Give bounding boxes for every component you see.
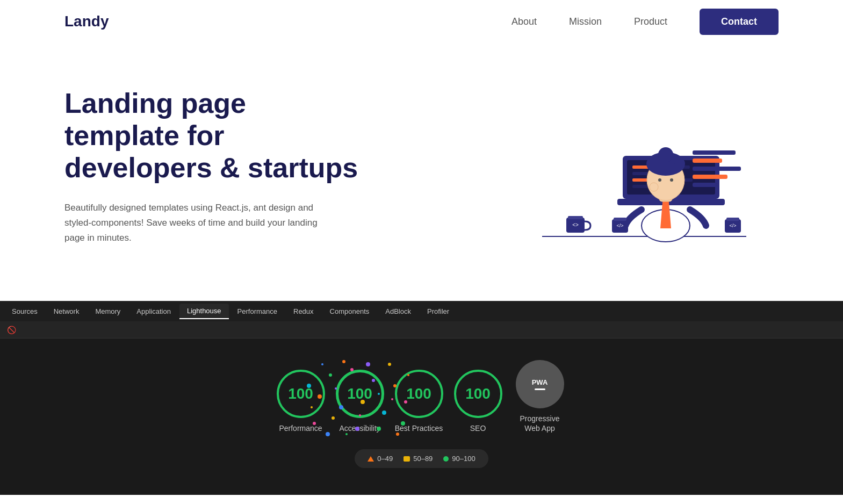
tab-profiler[interactable]: Profiler — [420, 304, 457, 319]
nav-links: About Mission Product Contact — [511, 9, 779, 35]
nav-mission[interactable]: Mission — [569, 16, 602, 27]
svg-point-54 — [321, 363, 323, 365]
score-circle-accessibility: 100 — [336, 370, 384, 418]
svg-point-22 — [658, 178, 661, 182]
svg-point-52 — [366, 362, 370, 366]
svg-rect-10 — [693, 150, 736, 155]
tab-performance[interactable]: Performance — [230, 304, 285, 319]
lighthouse-legend: 0–49 50–89 90–100 — [355, 449, 488, 468]
score-label-pwa: Progressive Web App — [513, 414, 567, 433]
nav-about[interactable]: About — [511, 16, 537, 27]
svg-text:</>: </> — [729, 223, 736, 228]
svg-text:</>: </> — [616, 223, 623, 228]
score-label-performance: Performance — [279, 423, 322, 433]
tab-memory[interactable]: Memory — [88, 304, 128, 319]
svg-rect-12 — [693, 167, 741, 171]
devtools-toolbar: 🚫 — [0, 321, 843, 339]
svg-point-23 — [670, 178, 673, 182]
hero-section: Landing page template for developers & s… — [0, 43, 843, 301]
svg-rect-13 — [693, 175, 727, 179]
hero-illustration: <> </> </> — [510, 81, 779, 253]
score-label-best-practices: Best Practices — [395, 423, 443, 433]
tab-lighthouse[interactable]: Lighthouse — [179, 304, 229, 319]
score-circle-pwa: PWA — [516, 360, 564, 408]
tab-adblock[interactable]: AdBlock — [378, 304, 419, 319]
nav-product[interactable]: Product — [634, 16, 667, 27]
logo: Landy — [64, 13, 109, 30]
svg-rect-11 — [693, 159, 722, 163]
legend-mid-icon — [404, 456, 410, 462]
pwa-dash — [535, 388, 545, 390]
legend-low: 0–49 — [368, 455, 393, 463]
lighthouse-panel: 100 Performance — [0, 339, 843, 495]
navbar: Landy About Mission Product Contact — [0, 0, 843, 43]
svg-point-35 — [329, 373, 332, 377]
score-label-accessibility: Accessibility — [339, 423, 380, 433]
score-best-practices: 100 Best Practices — [395, 370, 443, 433]
svg-point-21 — [658, 147, 673, 162]
score-label-seo: SEO — [470, 423, 486, 433]
score-accessibility: 100 Accessibility — [336, 370, 384, 433]
svg-point-47 — [342, 360, 345, 363]
svg-rect-26 — [568, 216, 583, 219]
svg-point-51 — [332, 416, 335, 420]
tab-sources[interactable]: Sources — [4, 304, 45, 319]
tab-network[interactable]: Network — [46, 304, 87, 319]
tab-redux[interactable]: Redux — [286, 304, 321, 319]
svg-point-40 — [382, 411, 386, 415]
svg-point-44 — [326, 432, 330, 436]
legend-low-icon — [368, 456, 374, 462]
score-circle-best-practices: 100 — [395, 370, 443, 418]
legend-high-icon — [443, 456, 449, 462]
legend-high-range: 90–100 — [452, 455, 475, 463]
svg-point-45 — [388, 363, 391, 366]
svg-point-24 — [650, 183, 658, 191]
score-pwa: PWA Progressive Web App — [513, 360, 567, 433]
legend-mid-range: 50–89 — [413, 455, 433, 463]
svg-point-55 — [391, 398, 393, 400]
tab-components[interactable]: Components — [322, 304, 377, 319]
score-circle-seo: 100 — [454, 370, 502, 418]
svg-rect-14 — [693, 183, 717, 187]
legend-high: 90–100 — [443, 455, 475, 463]
score-performance: 100 Performance — [277, 370, 325, 433]
score-circle-performance: 100 — [277, 370, 325, 418]
toolbar-no-entry[interactable]: 🚫 — [5, 324, 17, 336]
score-seo: 100 SEO — [454, 370, 502, 433]
legend-low-range: 0–49 — [377, 455, 393, 463]
hero-title: Landing page template for developers & s… — [64, 88, 365, 184]
svg-text:<>: <> — [572, 222, 579, 228]
devtools-tabbar: Sources Network Memory Application Light… — [0, 301, 843, 321]
hero-subtitle: Beautifully designed templates using Rea… — [64, 200, 333, 246]
scores-row: 100 Performance — [277, 360, 567, 433]
svg-point-56 — [345, 433, 348, 435]
svg-rect-29 — [614, 218, 626, 221]
legend-mid: 50–89 — [404, 455, 433, 463]
tab-application[interactable]: Application — [129, 304, 178, 319]
contact-button[interactable]: Contact — [700, 9, 779, 35]
svg-rect-32 — [726, 218, 739, 221]
hero-text: Landing page template for developers & s… — [64, 88, 365, 246]
